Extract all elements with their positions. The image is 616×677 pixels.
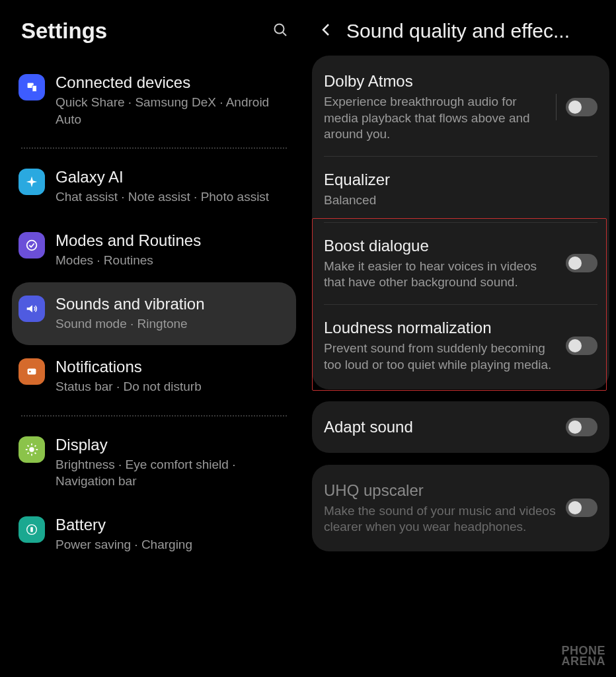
toggle-switch[interactable]	[566, 418, 597, 436]
section-separator	[21, 147, 287, 149]
settings-header: Settings	[12, 19, 296, 61]
settings-card: Adapt sound	[312, 401, 609, 453]
detail-header: Sound quality and effec...	[312, 16, 609, 56]
detail-title: Sound quality and effec...	[346, 20, 570, 42]
notif-icon	[19, 358, 45, 385]
setting-row-desc: Prevent sound from suddenly becoming too…	[324, 340, 558, 373]
section-separator	[21, 415, 287, 417]
settings-item-battery[interactable]: BatteryPower saving · Charging	[12, 503, 296, 567]
settings-title: Settings	[21, 19, 107, 44]
setting-row-equalizer[interactable]: EqualizerBalanced	[324, 156, 597, 222]
settings-item-subtitle: Quick Share · Samsung DeX · Android Auto	[56, 94, 287, 128]
setting-row-boost-dialogue[interactable]: Boost dialogueMake it easier to hear voi…	[324, 222, 597, 304]
svg-line-14	[28, 452, 29, 454]
setting-row-title: Loudness normalization	[324, 318, 558, 338]
chevron-left-icon	[319, 22, 334, 38]
back-button[interactable]	[319, 22, 334, 40]
settings-item-title: Modes and Routines	[56, 231, 287, 251]
settings-item-galaxy-ai[interactable]: Galaxy AIChat assist · Note assist · Pho…	[12, 155, 296, 219]
watermark: PHONE ARENA	[561, 645, 605, 666]
settings-item-title: Galaxy AI	[56, 167, 287, 187]
setting-row-uhq-upscaler[interactable]: UHQ upscalerMake the sound of your music…	[324, 467, 597, 549]
sparkle-icon	[19, 169, 45, 195]
sound-icon	[19, 296, 45, 322]
settings-item-subtitle: Brightness · Eye comfort shield · Naviga…	[56, 456, 287, 490]
setting-row-title: Adapt sound	[324, 417, 558, 437]
setting-row-adapt-sound[interactable]: Adapt sound	[324, 404, 597, 450]
battery-icon	[19, 516, 45, 543]
setting-row-title: Equalizer	[324, 170, 590, 190]
detail-panel: Sound quality and effec... Dolby AtmosEx…	[304, 0, 616, 677]
svg-rect-17	[30, 527, 33, 532]
settings-item-modes-and-routines[interactable]: Modes and RoutinesModes · Routines	[12, 219, 296, 282]
svg-point-6	[29, 371, 31, 373]
svg-line-15	[35, 445, 36, 446]
setting-row-dolby-atmos[interactable]: Dolby AtmosExperience breakthrough audio…	[324, 58, 597, 156]
settings-item-subtitle: Chat assist · Note assist · Photo assist	[56, 188, 287, 206]
settings-item-title: Notifications	[56, 357, 287, 377]
setting-row-desc: Balanced	[324, 192, 590, 209]
toggle-switch[interactable]	[566, 498, 597, 517]
settings-item-connected-devices[interactable]: Connected devicesQuick Share · Samsung D…	[12, 61, 296, 141]
watermark-line2: ARENA	[561, 656, 605, 666]
settings-item-sounds-and-vibration[interactable]: Sounds and vibrationSound mode · Rington…	[12, 282, 296, 346]
setting-row-desc: Make it easier to hear voices in videos …	[324, 259, 558, 291]
toggle-divider	[556, 94, 557, 120]
search-icon	[272, 22, 288, 38]
settings-item-title: Connected devices	[56, 73, 287, 93]
settings-item-subtitle: Status bar · Do not disturb	[56, 378, 287, 395]
settings-item-title: Display	[56, 435, 287, 455]
settings-card: UHQ upscalerMake the sound of your music…	[312, 465, 609, 551]
settings-item-display[interactable]: DisplayBrightness · Eye comfort shield ·…	[12, 423, 296, 503]
setting-row-title: UHQ upscaler	[324, 481, 558, 500]
svg-point-0	[275, 24, 284, 34]
setting-row-title: Dolby Atmos	[324, 71, 545, 91]
settings-panel: Settings Connected devicesQuick Share · …	[0, 0, 304, 677]
svg-line-1	[283, 32, 286, 36]
setting-row-title: Boost dialogue	[324, 236, 558, 256]
devices-icon	[19, 74, 45, 100]
svg-rect-3	[32, 85, 36, 91]
check-icon	[19, 232, 45, 259]
toggle-switch[interactable]	[566, 337, 597, 355]
settings-item-subtitle: Modes · Routines	[56, 252, 287, 269]
settings-card: Dolby AtmosExperience breakthrough audio…	[312, 56, 609, 389]
settings-item-title: Battery	[56, 515, 287, 535]
settings-item-subtitle: Power saving · Charging	[56, 536, 287, 553]
setting-row-loudness-normalization[interactable]: Loudness normalizationPrevent sound from…	[324, 304, 597, 386]
svg-line-13	[35, 452, 36, 454]
setting-row-desc: Make the sound of your music and videos …	[324, 503, 558, 536]
svg-point-4	[27, 241, 37, 251]
settings-item-notifications[interactable]: NotificationsStatus bar · Do not disturb	[12, 345, 296, 409]
settings-item-title: Sounds and vibration	[56, 294, 287, 314]
search-button[interactable]	[272, 22, 288, 40]
settings-item-subtitle: Sound mode · Ringtone	[56, 315, 287, 333]
svg-point-7	[29, 447, 34, 452]
brightness-icon	[19, 436, 45, 463]
setting-row-desc: Experience breakthrough audio for media …	[324, 94, 545, 143]
svg-line-12	[28, 445, 29, 446]
svg-rect-5	[28, 369, 36, 375]
toggle-switch[interactable]	[566, 98, 597, 116]
toggle-switch[interactable]	[566, 254, 597, 272]
